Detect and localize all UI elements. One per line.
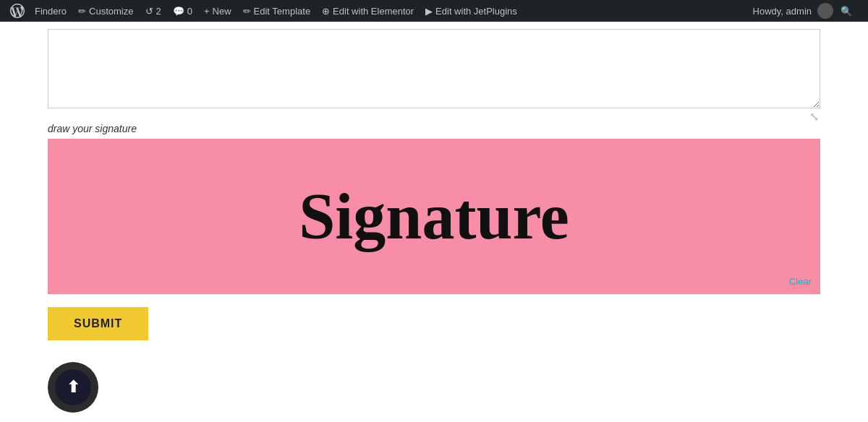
- findero-label: Findero: [35, 6, 67, 17]
- signature-canvas[interactable]: Signature Clear: [48, 139, 820, 294]
- edit-jetplugins-label: Edit with JetPlugins: [435, 6, 517, 17]
- textarea-section: ⤡: [0, 22, 868, 123]
- admin-avatar: [817, 3, 833, 19]
- elementor-icon: ⊕: [322, 6, 330, 17]
- comments-icon: 💬: [173, 6, 184, 17]
- admin-bar: Findero ✏ Customize ↺ 2 💬 0 + New ✏ Edit…: [0, 0, 868, 22]
- resize-handle: ⤡: [48, 111, 820, 123]
- wordpress-logo[interactable]: [6, 0, 29, 22]
- new-label: New: [213, 6, 231, 17]
- submit-button[interactable]: SUBMIT: [48, 307, 148, 340]
- adminbar-edit-jetplugins[interactable]: ▶ Edit with JetPlugins: [420, 0, 523, 22]
- signature-label: draw your signature: [48, 123, 820, 134]
- signature-section: draw your signature Signature Clear: [0, 123, 868, 294]
- revisions-icon: ↺: [145, 6, 153, 17]
- adminbar-findero[interactable]: Findero: [29, 0, 72, 22]
- adminbar-edit-template[interactable]: ✏ Edit Template: [237, 0, 317, 22]
- edit-template-label: Edit Template: [254, 6, 311, 17]
- edit-template-icon: ✏: [243, 6, 251, 17]
- customize-icon: ✏: [78, 6, 86, 17]
- avatar-symbol: ⬆: [67, 378, 80, 397]
- edit-elementor-label: Edit with Elementor: [333, 6, 414, 17]
- main-content: ⤡ draw your signature Signature Clear SU…: [0, 22, 868, 420]
- avatar-section: ⬆: [0, 355, 868, 420]
- new-icon: +: [204, 6, 210, 17]
- submit-section: SUBMIT: [0, 294, 868, 355]
- jetplugins-icon: ▶: [425, 6, 433, 17]
- avatar: ⬆: [48, 362, 98, 413]
- howdy-label: Howdy, admin: [753, 6, 812, 17]
- adminbar-revisions[interactable]: ↺ 2: [140, 0, 167, 22]
- signature-text: Signature: [299, 179, 569, 254]
- avatar-inner: ⬆: [55, 369, 91, 405]
- revisions-count: 2: [156, 6, 161, 17]
- adminbar-right: Howdy, admin 🔍: [747, 3, 862, 19]
- customize-label: Customize: [89, 6, 133, 17]
- adminbar-edit-elementor[interactable]: ⊕ Edit with Elementor: [316, 0, 420, 22]
- search-icon[interactable]: 🔍: [836, 6, 856, 17]
- comments-count: 0: [187, 6, 192, 17]
- adminbar-comments[interactable]: 💬 0: [167, 0, 198, 22]
- form-textarea[interactable]: [48, 29, 820, 108]
- resize-indicator: ⤡: [809, 111, 820, 123]
- adminbar-new[interactable]: + New: [198, 0, 237, 22]
- adminbar-customize[interactable]: ✏ Customize: [72, 0, 139, 22]
- clear-button[interactable]: Clear: [789, 276, 812, 287]
